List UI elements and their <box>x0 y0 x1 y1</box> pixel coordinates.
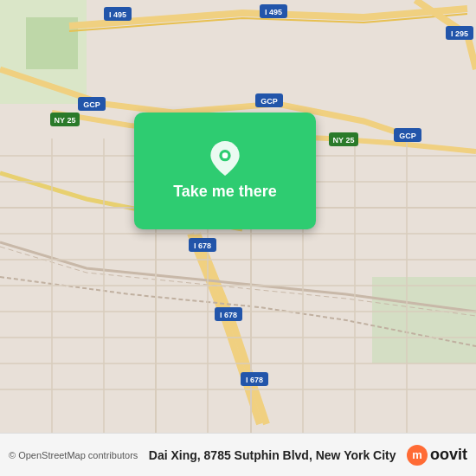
svg-text:I 678: I 678 <box>246 376 263 384</box>
moovit-logo: m oovit <box>407 445 467 466</box>
svg-point-45 <box>222 152 228 158</box>
bottom-left: © OpenStreetMap contributors <box>9 450 138 460</box>
svg-text:I 678: I 678 <box>220 311 237 319</box>
take-me-there-button-label: Take me there <box>173 183 277 201</box>
svg-text:GCP: GCP <box>399 132 416 140</box>
svg-text:I 295: I 295 <box>451 29 468 38</box>
svg-text:NY 25: NY 25 <box>333 136 355 145</box>
location-text: Dai Xing, 8785 Sutphin Blvd, New York Ci… <box>138 448 407 462</box>
svg-text:I 495: I 495 <box>109 10 126 19</box>
location-pin-icon <box>208 141 242 176</box>
moovit-m-icon: m <box>407 445 428 466</box>
svg-text:I 678: I 678 <box>194 241 211 250</box>
svg-text:GCP: GCP <box>83 100 100 109</box>
copyright-text: © OpenStreetMap contributors <box>9 450 138 460</box>
svg-text:I 495: I 495 <box>265 8 282 16</box>
svg-rect-3 <box>372 277 476 363</box>
moovit-wordmark: oovit <box>430 446 467 464</box>
bottom-bar: © OpenStreetMap contributors Dai Xing, 8… <box>0 433 476 476</box>
take-me-there-card[interactable]: Take me there <box>134 113 316 229</box>
map-container: I 495 I 495 I 295 GCP GCP GCP NY 25 NY 2… <box>0 0 476 433</box>
svg-text:GCP: GCP <box>261 97 278 106</box>
svg-text:NY 25: NY 25 <box>55 116 76 125</box>
